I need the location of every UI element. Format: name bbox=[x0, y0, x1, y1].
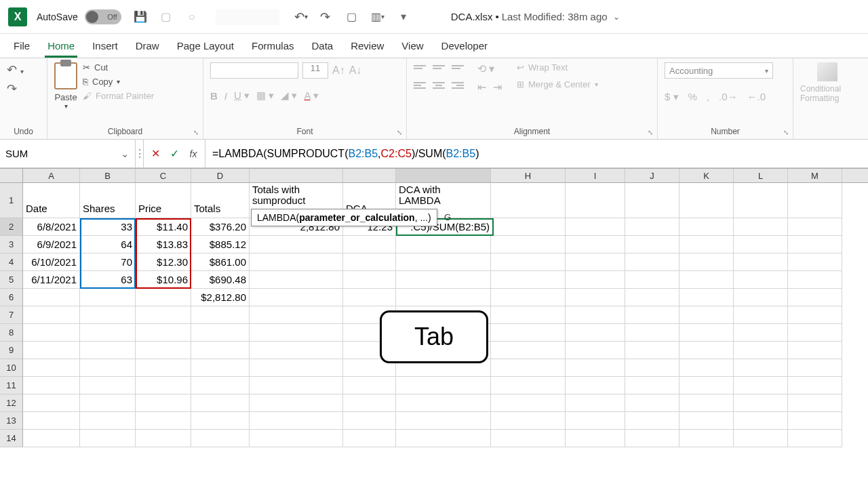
cell[interactable] bbox=[491, 236, 566, 253]
cell[interactable] bbox=[396, 271, 491, 289]
col-header[interactable]: J bbox=[625, 169, 679, 182]
search-box[interactable] bbox=[215, 8, 280, 26]
cell[interactable]: 6/11/2021 bbox=[23, 271, 80, 289]
cell[interactable]: $12.30 bbox=[136, 253, 191, 271]
cell[interactable]: $10.96 bbox=[136, 271, 191, 289]
cell[interactable] bbox=[625, 289, 679, 306]
cell[interactable] bbox=[734, 289, 788, 306]
alignment-launcher-icon[interactable]: ⤡ bbox=[648, 129, 653, 136]
save-icon[interactable]: 💾 bbox=[134, 10, 147, 24]
ribbon-redo-icon[interactable]: ↷ bbox=[7, 81, 24, 96]
name-box[interactable]: SUM ⌄ bbox=[0, 140, 136, 167]
workbook-dropdown-icon[interactable]: ⌄ bbox=[613, 12, 620, 22]
cell[interactable] bbox=[788, 218, 842, 236]
cell[interactable] bbox=[788, 271, 842, 289]
cell[interactable] bbox=[788, 183, 842, 218]
qat-icon-2[interactable]: ○ bbox=[185, 10, 199, 24]
cell[interactable]: 6/9/2021 bbox=[23, 236, 80, 253]
cell[interactable]: Price bbox=[136, 183, 191, 218]
number-format-select[interactable]: Accounting▾ bbox=[665, 62, 773, 79]
align-right-button[interactable] bbox=[452, 81, 464, 90]
cell[interactable]: Totals bbox=[191, 183, 250, 218]
align-center-button[interactable] bbox=[433, 81, 445, 90]
cell[interactable]: $885.12 bbox=[191, 236, 250, 253]
cell[interactable] bbox=[566, 271, 625, 289]
cell[interactable] bbox=[788, 289, 842, 306]
cell[interactable]: $376.20 bbox=[191, 218, 250, 236]
tab-insert[interactable]: Insert bbox=[90, 35, 121, 58]
cell[interactable] bbox=[250, 271, 343, 289]
undo-icon[interactable]: ↶▾ bbox=[294, 9, 309, 24]
decrease-indent-button[interactable]: ⇤ bbox=[477, 81, 486, 94]
increase-indent-button[interactable]: ⇥ bbox=[493, 81, 502, 94]
row-header[interactable]: 2 bbox=[0, 218, 23, 236]
tab-review[interactable]: Review bbox=[348, 35, 387, 58]
autosave-toggle[interactable]: Off bbox=[85, 9, 121, 24]
cell[interactable] bbox=[396, 289, 491, 306]
cell[interactable] bbox=[788, 236, 842, 253]
cell[interactable] bbox=[491, 271, 566, 289]
col-header[interactable]: C bbox=[136, 169, 191, 182]
col-header[interactable] bbox=[343, 169, 396, 182]
cell[interactable]: 70 bbox=[80, 253, 136, 271]
cell[interactable] bbox=[491, 183, 566, 218]
select-all-corner[interactable] bbox=[0, 169, 23, 182]
increase-font-icon[interactable]: A↑ bbox=[332, 64, 345, 77]
font-name-select[interactable] bbox=[210, 62, 298, 79]
orientation-button[interactable]: ⟲ ▾ bbox=[477, 62, 494, 75]
qat-icon-3[interactable]: ▢ bbox=[345, 10, 359, 24]
cell[interactable]: $13.83 bbox=[136, 236, 191, 253]
cell[interactable] bbox=[566, 218, 625, 236]
cell[interactable] bbox=[679, 218, 734, 236]
cell[interactable] bbox=[679, 183, 734, 218]
percent-format-button[interactable]: % bbox=[688, 91, 697, 103]
cell[interactable] bbox=[734, 271, 788, 289]
cell[interactable] bbox=[734, 236, 788, 253]
tab-data[interactable]: Data bbox=[309, 35, 336, 58]
tab-page-layout[interactable]: Page Layout bbox=[174, 35, 237, 58]
borders-button[interactable]: ▦ ▾ bbox=[256, 89, 274, 102]
cell[interactable] bbox=[491, 289, 566, 306]
cell[interactable] bbox=[734, 218, 788, 236]
ribbon-undo-icon[interactable]: ↶ ▾ bbox=[7, 62, 24, 77]
col-header[interactable]: M bbox=[788, 169, 842, 182]
row-header[interactable]: 8 bbox=[0, 324, 23, 342]
row-header[interactable]: 4 bbox=[0, 253, 23, 271]
cell[interactable] bbox=[491, 218, 566, 236]
col-header[interactable]: H bbox=[491, 169, 566, 182]
cell[interactable] bbox=[566, 253, 625, 271]
qat-customize-icon[interactable]: ▾ bbox=[397, 10, 410, 24]
insert-function-icon[interactable]: fx bbox=[187, 148, 199, 160]
font-size-select[interactable]: 11 bbox=[302, 62, 328, 79]
clipboard-launcher-icon[interactable]: ⤡ bbox=[193, 129, 199, 136]
formula-input[interactable]: =LAMBDA(SUMPRODUCT(B2:B5,C2:C5)/SUM(B2:B… bbox=[205, 140, 868, 167]
cell[interactable]: 33 bbox=[80, 218, 136, 236]
cell[interactable] bbox=[491, 253, 566, 271]
tab-view[interactable]: View bbox=[399, 35, 426, 58]
cell[interactable]: $11.40 bbox=[136, 218, 191, 236]
row-header[interactable]: 1 bbox=[0, 183, 23, 218]
fill-color-button[interactable]: ◢ ▾ bbox=[281, 89, 297, 102]
cell[interactable] bbox=[679, 253, 734, 271]
merge-center-button[interactable]: ⊞Merge & Center▾ bbox=[517, 79, 598, 89]
row-header[interactable]: 9 bbox=[0, 342, 23, 359]
row-header[interactable]: 3 bbox=[0, 236, 23, 253]
underline-button[interactable]: U ▾ bbox=[234, 89, 250, 102]
cell[interactable] bbox=[396, 253, 491, 271]
cell[interactable] bbox=[566, 236, 625, 253]
accounting-format-button[interactable]: $ ▾ bbox=[665, 91, 679, 103]
cancel-formula-icon[interactable]: ✕ bbox=[149, 148, 161, 160]
cell[interactable]: 6/8/2021 bbox=[23, 218, 80, 236]
align-left-button[interactable] bbox=[414, 81, 426, 90]
cell[interactable] bbox=[396, 236, 491, 253]
italic-button[interactable]: I bbox=[224, 90, 227, 102]
font-color-button[interactable]: A ▾ bbox=[304, 89, 318, 102]
bold-button[interactable]: B bbox=[210, 90, 218, 102]
cell[interactable] bbox=[343, 289, 396, 306]
cell[interactable]: $861.00 bbox=[191, 253, 250, 271]
cell[interactable] bbox=[625, 218, 679, 236]
cell[interactable]: 63 bbox=[80, 271, 136, 289]
row-header[interactable]: 11 bbox=[0, 377, 23, 394]
col-header[interactable] bbox=[250, 169, 343, 182]
font-launcher-icon[interactable]: ⤡ bbox=[397, 129, 402, 136]
